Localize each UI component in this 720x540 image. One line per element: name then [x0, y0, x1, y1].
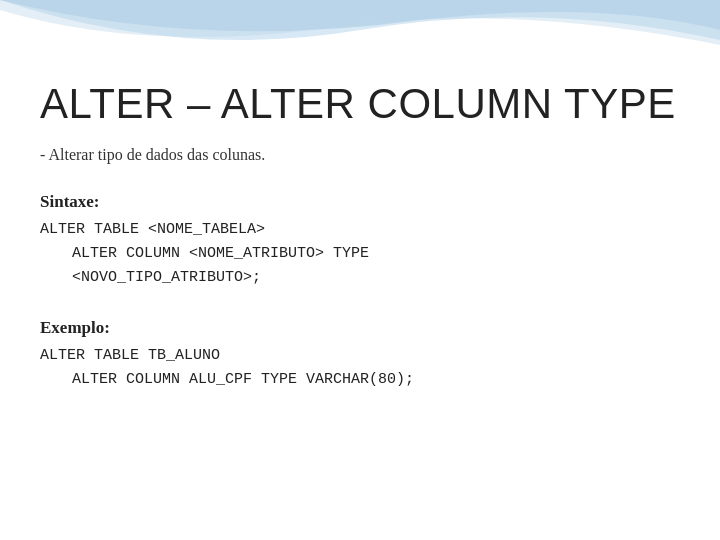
sintaxe-code-block: ALTER TABLE <NOME_TABELA> ALTER COLUMN <… — [40, 218, 680, 290]
subtitle: - Alterar tipo de dados das colunas. — [40, 146, 680, 164]
page-title: ALTER – ALTER COLUMN TYPE — [40, 80, 680, 128]
sintaxe-label: Sintaxe: — [40, 192, 680, 212]
exemplo-line2: ALTER COLUMN ALU_CPF TYPE VARCHAR(80); — [40, 368, 680, 392]
exemplo-line1: ALTER TABLE TB_ALUNO — [40, 344, 680, 368]
exemplo-code-block: ALTER TABLE TB_ALUNO ALTER COLUMN ALU_CP… — [40, 344, 680, 392]
sintaxe-line1: ALTER TABLE <NOME_TABELA> — [40, 218, 680, 242]
sintaxe-line2: ALTER COLUMN <NOME_ATRIBUTO> TYPE — [40, 242, 680, 266]
exemplo-label: Exemplo: — [40, 318, 680, 338]
sintaxe-line3: <NOVO_TIPO_ATRIBUTO>; — [40, 266, 680, 290]
